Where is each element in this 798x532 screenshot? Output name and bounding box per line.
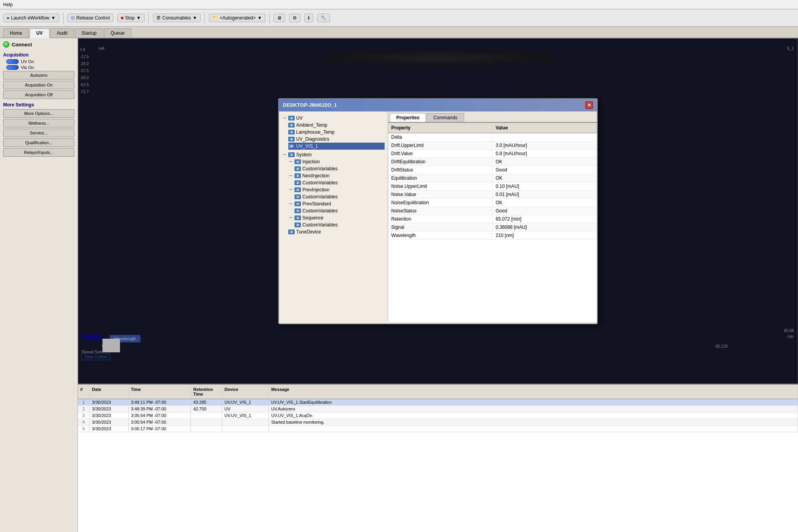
uv-on-slider[interactable]: [6, 59, 19, 64]
prop-cell-value: 0.10 [mAU]: [493, 182, 597, 190]
tree-item-nextinjection-customvars[interactable]: ▦ CustomVariables: [295, 179, 385, 186]
log-row-time: 3:05:17 PM -07:00: [129, 426, 191, 432]
uv-vis-1-icon: ▦: [288, 144, 295, 148]
tree-item-previnjection-customvars[interactable]: ▦ CustomVariables: [295, 193, 385, 200]
uv-diagnostics-icon: ▦: [288, 137, 295, 141]
release-control-button[interactable]: ⊞ Release Control: [67, 14, 113, 22]
tab-uv[interactable]: UV: [30, 28, 49, 38]
tab-properties[interactable]: Properties: [390, 113, 426, 122]
sidebar: Connect Acquisition UV On Vis On Autozer…: [0, 38, 78, 532]
tools-button[interactable]: 🔧: [317, 14, 330, 22]
previnjection-label: PrevInjection: [302, 187, 329, 193]
tree-item-uv-vis-1[interactable]: ▦ UV_VIS_1: [288, 143, 385, 150]
tab-audit[interactable]: Audit: [50, 28, 74, 37]
log-row-device: [222, 419, 269, 425]
modal-close-button[interactable]: ✕: [585, 101, 593, 109]
help-menu[interactable]: Help: [3, 2, 13, 7]
settings-button[interactable]: ⚙: [289, 14, 300, 22]
col-device: Device: [222, 386, 269, 397]
toolbar-separator-2: [148, 12, 149, 23]
tree-system-label: System: [296, 152, 312, 157]
stop-button[interactable]: ■ Stop ▼: [117, 14, 145, 22]
log-row-retention: 42.750: [191, 406, 222, 412]
prevstandard-icon: ▦: [295, 201, 301, 206]
sequence-customvars-icon: ▦: [295, 223, 301, 227]
tree-item-sequence[interactable]: ─ ▦ Sequence: [288, 214, 385, 221]
prop-cell-property: Drift.UpperLimit: [388, 141, 493, 149]
tree-item-tunedevice[interactable]: ▦ TuneDevice: [288, 228, 385, 235]
prop-cell-value: 0.8 [mAU/hour]: [493, 150, 597, 157]
tree-item-nextinjection[interactable]: ─ ▦ NextInjection: [288, 172, 385, 179]
wellness-button[interactable]: Wellness...: [3, 119, 74, 127]
prop-cell-property: NoiseStatus: [388, 207, 493, 215]
log-row-retention: [191, 412, 222, 419]
tree-item-uv[interactable]: ─ ▦ UV: [282, 115, 385, 122]
connect-label[interactable]: Connect: [12, 42, 32, 48]
ambient-temp-label: Ambient_Temp: [296, 122, 327, 128]
log-row-device: UV.UV_VIS_1: [222, 399, 269, 405]
log-row-retention: 43.285: [191, 399, 222, 405]
connect-section: Connect: [3, 41, 74, 48]
prop-row: Delta: [388, 133, 597, 141]
relays-inputs-button[interactable]: Relays/Inputs...: [3, 148, 74, 157]
tree-item-prevstandard-customvars[interactable]: ▦ CustomVariables: [295, 207, 385, 214]
injection-label: Injection: [302, 159, 320, 164]
service-button[interactable]: Service...: [3, 129, 74, 137]
log-table-row[interactable]: 4 3/30/2023 3:05:54 PM -07:00 Started ba…: [78, 419, 798, 426]
tab-commands[interactable]: Commands: [427, 113, 464, 122]
stop-icon: ■: [121, 15, 124, 21]
tree-item-uv-diagnostics[interactable]: ▦ UV_Diagnostics: [288, 136, 385, 143]
prop-cell-value: 65.072 [min]: [493, 215, 597, 223]
monitor-icon: 🖥: [277, 15, 282, 21]
tab-home[interactable]: Home: [3, 28, 29, 37]
expand-prevstandard-icon: ─: [288, 201, 293, 206]
tree-item-system[interactable]: ─ ▦ System: [282, 151, 385, 158]
previnjection-icon: ▦: [295, 187, 301, 192]
tree-item-prevstandard[interactable]: ─ ▦ PrevStandard: [288, 200, 385, 207]
lamphouse-temp-label: Lamphouse_Temp: [296, 129, 335, 135]
uv-on-label: UV On: [21, 59, 34, 64]
tree-item-previnjection[interactable]: ─ ▦ PrevInjection: [288, 186, 385, 193]
expand-sequence-icon: ─: [288, 216, 293, 220]
launch-eworkflow-button[interactable]: ● Launch eWorkflow ▼: [3, 14, 59, 22]
tree-item-injection-customvars[interactable]: ▦ CustomVariables: [295, 165, 385, 172]
tab-queue[interactable]: Queue: [104, 28, 131, 37]
autogenerated-button[interactable]: 📁 <Autogenerated> ▼: [209, 14, 266, 22]
prop-cell-property: Equilibration: [388, 174, 493, 182]
monitor-button[interactable]: 🖥: [274, 14, 285, 22]
log-row-time: 3:49:11 PM -07:00: [129, 399, 191, 405]
tree-item-injection[interactable]: ─ ▦ Injection: [288, 158, 385, 165]
injection-customvars-icon: ▦: [295, 166, 301, 171]
qualification-button[interactable]: Qualification...: [3, 138, 74, 147]
consumables-button[interactable]: 🖹 Consumables ▼: [153, 14, 201, 22]
vis-on-slider[interactable]: [6, 65, 19, 70]
tools-icon: 🔧: [321, 15, 327, 21]
log-row-device: UV.UV_VIS_1: [222, 412, 269, 419]
log-row-date: 3/30/2023: [90, 399, 129, 405]
tree-item-ambient-temp[interactable]: ▦ Ambient_Temp: [288, 122, 385, 129]
vis-on-toggle[interactable]: Vis On: [6, 65, 74, 70]
tree-item-sequence-customvars[interactable]: ▦ CustomVariables: [295, 221, 385, 228]
log-row-message: UV.Autozero: [269, 406, 798, 412]
acquisition-off-button[interactable]: Acquisition Off: [3, 90, 74, 99]
log-row-message: Started baseline monitoring.: [269, 419, 798, 425]
autozero-button[interactable]: Autozero: [3, 71, 74, 80]
log-row-date: 3/30/2023: [90, 419, 129, 425]
log-table-row[interactable]: 2 3/30/2023 3:48:39 PM -07:00 42.750 UV …: [78, 406, 798, 412]
prevstandard-customvars-label: CustomVariables: [302, 208, 337, 214]
tab-startup[interactable]: Startup: [75, 28, 103, 37]
more-options-button[interactable]: More Options...: [3, 109, 74, 118]
log-table-row[interactable]: 1 3/30/2023 3:49:11 PM -07:00 43.285 UV.…: [78, 399, 798, 406]
log-table-row[interactable]: 3 3/30/2023 3:05:54 PM -07:00 UV.UV_VIS_…: [78, 412, 798, 419]
nextinjection-customvars-label: CustomVariables: [302, 180, 337, 186]
log-table-row[interactable]: 5 3/30/2023 3:05:17 PM -07:00: [78, 426, 798, 432]
expand-nextinjection-icon: ─: [288, 173, 293, 178]
acquisition-on-button[interactable]: Acquisition On: [3, 81, 74, 89]
prop-cell-value: 0.36088 [mAU]: [493, 223, 597, 231]
chart-area: 1.6 -12.5 -25.0 -37.5 -50.0 -62.5 -72.7 …: [78, 38, 798, 384]
uv-on-toggle[interactable]: UV On: [6, 59, 74, 64]
info-button[interactable]: ℹ: [304, 14, 313, 22]
tree-item-lamphouse-temp[interactable]: ▦ Lamphouse_Temp: [288, 129, 385, 136]
prop-row: Drift.UpperLimit 3.0 [mAU/hour]: [388, 141, 597, 150]
log-table-container: # Date Time Retention Time Device Messag…: [78, 384, 798, 532]
